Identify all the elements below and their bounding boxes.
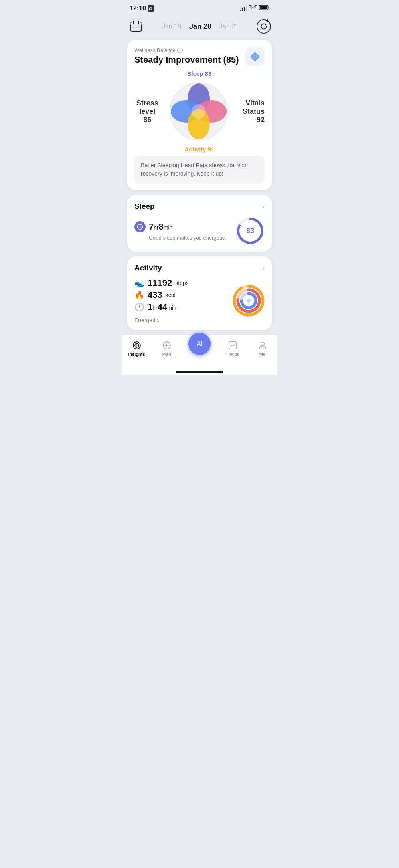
wellness-icon-box [245,47,265,66]
diamond-icon [249,51,261,62]
steps-icon: 👟 [134,278,144,288]
sleep-card-header: Sleep › [134,202,265,211]
wifi-icon [249,5,257,12]
home-indicator [122,368,277,375]
svg-point-1 [150,8,152,10]
insights-icon [132,341,142,350]
trends-tab-label: Trends [226,352,239,357]
wellness-title-group: Wellness Balance i Steady Improvement (8… [134,47,239,65]
calendar-button[interactable] [128,18,144,34]
flower-chart: Sleep 83 Stress level 86 [134,70,265,153]
tab-insights[interactable]: Insights [122,341,152,357]
plan-icon [162,341,172,350]
sleep-card: Sleep › 7hr8min Good sleep makes you en [127,195,272,252]
svg-rect-13 [251,53,259,61]
active-time-icon: 🕐 [134,302,144,312]
signal-icon [240,6,247,11]
nav-header: Jan 19 Jan 20 Jan 21 [122,14,277,40]
sleep-clock-icon [134,221,146,232]
insights-tab-label: Insights [128,352,145,357]
vitals-label: Vitals Status 92 [237,99,265,124]
svg-rect-4 [260,6,267,10]
flower-svg [167,79,231,143]
status-indicators [240,5,269,12]
trends-icon [228,341,237,350]
camera-icon [148,5,154,12]
main-content: Wellness Balance i Steady Improvement (8… [122,40,277,330]
status-time: 12:10 [130,5,154,12]
next-date[interactable]: Jan 21 [219,23,239,30]
activity-rings [233,285,265,317]
svg-rect-6 [130,22,142,25]
active-time-row: 🕐 1hr44min [134,302,189,312]
flower-middle: Stress level 86 [134,79,265,143]
activity-desc: Energetic. [134,317,189,323]
tab-plan[interactable]: Plan [152,341,182,357]
battery-icon [259,5,269,12]
sleep-duration: 7hr8min [134,221,226,232]
tab-me[interactable]: Me [247,341,277,357]
refresh-button[interactable] [257,19,271,34]
prev-date[interactable]: Jan 19 [162,23,181,30]
me-tab-label: Me [259,352,265,357]
activity-label: Activity 91 [184,146,214,153]
sleep-score: 83 [246,227,254,235]
info-icon[interactable]: i [177,48,183,53]
date-navigation: Jan 19 Jan 20 Jan 21 [162,22,239,31]
sleep-chevron-icon[interactable]: › [262,202,265,211]
status-bar: 12:10 [122,0,277,14]
ai-button-label: AI [197,340,203,347]
svg-rect-2 [150,7,151,8]
plan-tab-label: Plan [162,352,171,357]
svg-point-19 [192,104,206,119]
activity-body: 👟 11192 steps 🔥 433 kcal 🕐 1hr44min Ener… [134,278,265,323]
sleep-body: 7hr8min Good sleep makes you energetic. … [134,216,265,245]
wellness-label: Wellness Balance i [134,47,239,53]
svg-rect-11 [138,27,140,28]
wellness-header: Wellness Balance i Steady Improvement (8… [134,47,265,66]
me-icon [258,341,267,350]
steps-row: 👟 11192 steps [134,278,189,288]
current-date[interactable]: Jan 20 [189,22,211,31]
wellness-title: Steady Improvement (85) [134,55,239,65]
sleep-info: 7hr8min Good sleep makes you energetic. [134,221,226,241]
sleep-time: 7hr8min [149,222,173,232]
sleep-card-title: Sleep [134,202,155,211]
tab-trends[interactable]: Trends [217,341,247,357]
svg-point-35 [261,342,264,345]
sleep-label: Sleep 83 [188,70,212,77]
ai-button[interactable]: AI [188,333,211,355]
svg-rect-9 [132,27,134,28]
calories-row: 🔥 433 kcal [134,290,189,300]
wellness-card: Wellness Balance i Steady Improvement (8… [127,40,272,190]
activity-chevron-icon[interactable]: › [262,264,265,272]
home-indicator-bar [176,371,223,373]
activity-stats: 👟 11192 steps 🔥 433 kcal 🕐 1hr44min Ener… [134,278,189,323]
tab-bar: Insights Plan AI Trends [122,335,277,368]
sleep-score-circle: 83 [236,216,265,245]
sleep-desc: Good sleep makes you energetic. [149,235,226,241]
activity-card: Activity › 👟 11192 steps 🔥 433 kcal 🕐 [127,256,272,330]
active-time: 1hr44min [148,302,176,312]
tab-ai[interactable]: AI [182,339,217,358]
activity-card-header: Activity › [134,264,265,272]
calories-icon: 🔥 [134,290,144,300]
svg-point-30 [247,299,251,303]
svg-rect-10 [135,27,137,28]
activity-card-title: Activity [134,264,162,272]
wellness-note: Better Sleeping Heart Rate shows that yo… [134,156,265,184]
stress-label: Stress level 86 [134,99,160,124]
